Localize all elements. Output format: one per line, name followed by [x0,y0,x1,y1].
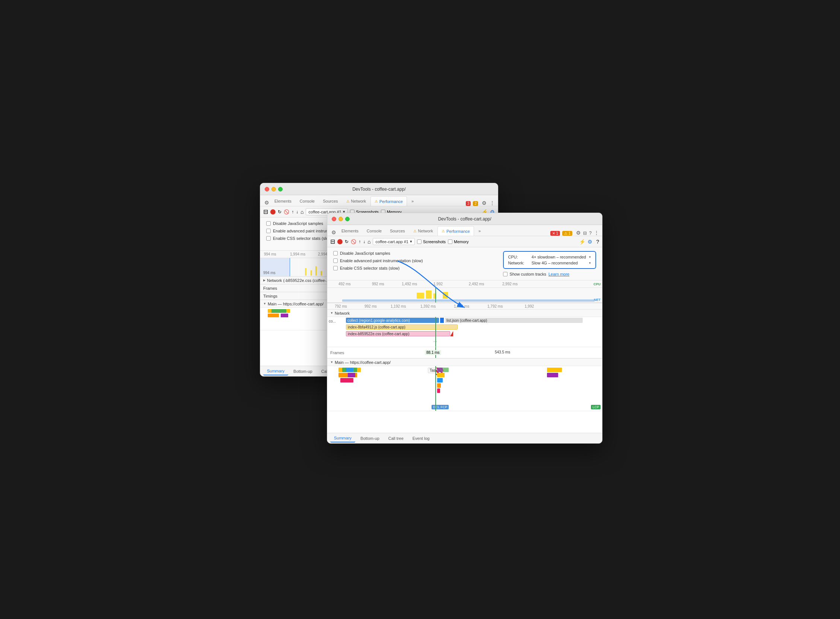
more-icon-front[interactable]: ⋮ [594,230,599,236]
tab-bottomup-front[interactable]: Bottom-up [357,435,383,442]
window-title-front: DevTools - coffee-cart.app/ [438,217,491,221]
minimap-front: NET [327,288,602,303]
download-front[interactable]: ↓ [363,239,365,244]
tab-elements-back[interactable]: Elements [271,196,295,206]
record-toolbar-front: ⊟ ↻ 🚫 ↑ ↓ ⌂ coffee-cart.app #1 ▾ Screens… [327,236,602,247]
error-badge-back: 3 [466,201,471,206]
bottom-ruler-front: 792 ms 992 ms 1,192 ms 1,392 ms 1,592 ms… [327,303,602,310]
sidebar-toggle-back[interactable]: ⊟ [263,208,268,215]
config-icon-front[interactable]: ⚙ [588,239,592,245]
traffic-lights-back [265,187,283,191]
cpu-throttle-front: CPU: 4× slowdown – recommended ▾ [508,255,591,259]
network-header-front: ▼ Network [327,310,602,317]
checkbox-paint-front[interactable]: Enable advanced paint instrumentation (s… [330,257,500,265]
close-button-front[interactable] [332,217,336,221]
tab-bar-front: ⚙ Elements Console Sources ⚠ Network ⚠ P… [327,225,602,236]
maximize-button-front[interactable] [345,217,350,221]
tab-summary-back[interactable]: Summary [263,367,288,375]
timeline-container-front: 492 ms 992 ms 1,492 ms 1,992 2,492 ms 2,… [327,280,602,433]
record-button-front[interactable] [337,239,343,244]
index-js-bar: index-8bfa4912.js (coffee-cart.app) [346,324,458,330]
download-back[interactable]: ↓ [296,209,298,215]
record-button-back[interactable] [270,209,276,215]
settings-icon-back[interactable]: ⚙ [482,200,486,206]
close-button[interactable] [265,187,269,191]
list-json-bar: list.json (coffee-cart.app) [445,318,583,323]
sidebar-toggle-front[interactable]: ⊟ [330,238,335,245]
session-selector-front[interactable]: coffee-cart.app #1 ▾ [373,238,415,245]
upload-back[interactable]: ↑ [291,209,294,215]
checkbox-js-front[interactable]: Disable JavaScript samples [330,250,500,257]
window-title-back: DevTools - coffee-cart.app/ [352,187,406,192]
network-content-front: co... collect (region1.google-analytics.… [327,317,602,347]
dcl-marker: DCL FCP [431,405,449,409]
dock-icon-front[interactable]: ⊟ [583,230,587,236]
titlebar-back: DevTools - coffee-cart.app/ [260,183,498,195]
traffic-lights-front [332,217,350,221]
memory-checkbox-front[interactable]: Memory [448,239,469,244]
timeline-ruler-front: 492 ms 992 ms 1,492 ms 1,992 2,492 ms 2,… [327,280,602,288]
more-icon-back[interactable]: ⋮ [489,200,495,206]
throttle-panel-front: CPU: 4× slowdown – recommended ▾ Network… [503,251,596,269]
minimize-button-front[interactable] [339,217,343,221]
tab-performance-front[interactable]: ⚠ Performance [437,226,474,236]
tab-bar-back: ⚙ Elements Console Sources ⚠ Network ⚠ P… [260,195,498,206]
tab-performance-back[interactable]: ⚠ Performance [370,196,407,206]
network-throttle-front: Network: Slow 4G – recommended ▾ [508,261,591,265]
tab-summary-front[interactable]: Summary [330,434,355,443]
home-back[interactable]: ⌂ [300,209,303,215]
settings-row-front: Disable JavaScript samples Enable advanc… [327,249,602,278]
help-icon-front[interactable]: ? [589,230,592,236]
reload-record-front[interactable]: ↻ [345,239,349,244]
tab-more-back[interactable]: » [408,196,418,206]
devtools-window-front: DevTools - coffee-cart.app/ ⚙ Elements C… [327,213,603,444]
main-content-front: Task DCL FCP [327,366,602,411]
minimize-button[interactable] [272,187,276,191]
tab-calltree-front[interactable]: Call tree [385,435,407,442]
tab-elements-front[interactable]: Elements [338,226,362,236]
tab-sources-front[interactable]: Sources [386,226,409,236]
lcp-marker: LCP [591,405,601,409]
custom-tracks-front: Show custom tracks Learn more [500,271,599,278]
tab-bottomup-back[interactable]: Bottom-up [290,368,316,375]
collect-bar: collect (region1.google-analytics.com) [346,318,439,323]
home-front[interactable]: ⌂ [367,239,370,245]
network-track-front: ▼ Network co... collect (region1.google-… [327,310,602,347]
clear-front[interactable]: 🚫 [351,239,356,244]
net-side-label: NET [594,298,601,302]
frame-time-1: 88.1 ms [425,350,441,355]
network-throttle-icon-front[interactable]: ⚡ [579,239,585,245]
maximize-button[interactable] [278,187,283,191]
tab-console-front[interactable]: Console [363,226,385,236]
main-header-front: ▼ Main — https://coffee-cart.app/ [327,359,602,366]
devtools-icon-back: ⚙ [263,199,270,206]
devtools-icon-front: ⚙ [330,229,337,236]
frame-time-2: 543.5 ms [495,350,510,354]
tab-sources-back[interactable]: Sources [319,196,342,206]
tab-eventlog-front[interactable]: Event log [409,435,433,442]
error-badge-front: ✕ 1 [550,231,560,236]
index-css-bar: index-b859522e.css (coffee-cart.app) [346,331,450,336]
reload-record-back[interactable]: ↻ [278,209,282,215]
settings-area-front: Disable JavaScript samples Enable advanc… [327,247,602,280]
tab-network-front[interactable]: ⚠ Network [410,226,437,236]
frames-content-front: Frames 88.1 ms 543.5 ms [327,347,602,358]
help-icon-front2[interactable]: ? [596,239,599,245]
checkbox-css-front[interactable]: Enable CSS selector stats (slow) [330,265,500,272]
upload-front[interactable]: ↑ [358,239,361,244]
bottom-tabs-front: Summary Bottom-up Call tree Event log [327,433,602,443]
timeline-selected-time: 994 ms [263,271,276,275]
clear-back[interactable]: 🚫 [284,209,289,215]
warning-badge-front: ⚠ 1 [562,231,572,236]
settings-icon-front[interactable]: ⚙ [576,230,581,236]
main-track-front: ▼ Main — https://coffee-cart.app/ [327,359,602,411]
tab-network-back[interactable]: ⚠ Network [343,196,370,206]
tab-console-back[interactable]: Console [296,196,318,206]
devtools-content-front: ⚙ Elements Console Sources ⚠ Network ⚠ P… [327,225,602,443]
cpu-side-label: CPU [594,282,601,286]
scene: DevTools - coffee-cart.app/ ⚙ Elements C… [252,175,588,444]
screenshots-checkbox-front[interactable]: Screenshots [417,239,446,244]
warning-badge-back: 2 [473,201,478,206]
titlebar-front: DevTools - coffee-cart.app/ [327,213,602,225]
tab-more-front[interactable]: » [475,226,485,236]
